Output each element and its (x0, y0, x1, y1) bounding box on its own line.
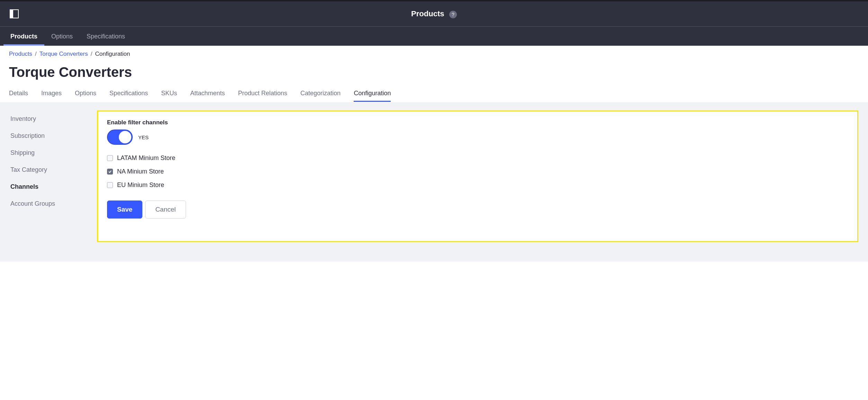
side-nav: InventorySubscriptionShippingTax Categor… (0, 102, 97, 255)
detail-tab[interactable]: Specifications (109, 88, 148, 102)
channel-checkbox[interactable] (107, 169, 113, 175)
check-icon (108, 170, 112, 174)
content-area: InventorySubscriptionShippingTax Categor… (0, 102, 868, 261)
save-button[interactable]: Save (107, 201, 142, 219)
page-title: Torque Converters (9, 60, 859, 88)
primary-nav-item[interactable]: Specifications (80, 27, 132, 46)
page-header-area: Products/Torque Converters/Configuration… (0, 46, 868, 102)
breadcrumb-current: Configuration (95, 51, 130, 57)
breadcrumb-separator: / (35, 51, 37, 57)
primary-nav-item[interactable]: Products (3, 27, 44, 46)
breadcrumb-link[interactable]: Torque Converters (39, 51, 88, 57)
side-nav-item[interactable]: Shipping (10, 144, 90, 161)
config-panel: Enable filter channels YES LATAM Minium … (97, 110, 858, 242)
toggle-knob-icon (119, 131, 131, 143)
side-nav-item[interactable]: Channels (10, 178, 90, 195)
detail-tab[interactable]: Product Relations (238, 88, 287, 102)
enable-filter-channels-toggle[interactable] (107, 130, 133, 145)
channel-row: NA Minium Store (107, 168, 848, 175)
primary-nav-item[interactable]: Options (44, 27, 80, 46)
sidebar-toggle-icon[interactable] (10, 9, 19, 18)
channel-label: EU Minium Store (117, 181, 164, 189)
channel-label: NA Minium Store (117, 168, 164, 175)
side-nav-item[interactable]: Account Groups (10, 195, 90, 212)
breadcrumb-link[interactable]: Products (9, 51, 32, 57)
toggle-row: YES (107, 130, 848, 145)
side-nav-item[interactable]: Inventory (10, 110, 90, 127)
top-title-wrap: Products ? (0, 9, 868, 19)
toggle-state-text: YES (138, 134, 149, 140)
primary-nav: ProductsOptionsSpecifications (0, 27, 868, 46)
side-nav-item[interactable]: Subscription (10, 127, 90, 144)
detail-tab[interactable]: Images (41, 88, 62, 102)
breadcrumb-separator: / (91, 51, 92, 57)
enable-filter-channels-label: Enable filter channels (107, 119, 848, 126)
channel-checkbox[interactable] (107, 155, 113, 161)
detail-tab[interactable]: Categorization (300, 88, 340, 102)
topbar: Products ? (0, 0, 868, 27)
detail-tabs: DetailsImagesOptionsSpecificationsSKUsAt… (9, 88, 859, 102)
channel-row: LATAM Minium Store (107, 154, 848, 162)
help-icon[interactable]: ? (449, 11, 457, 18)
detail-tab[interactable]: SKUs (161, 88, 177, 102)
cancel-button[interactable]: Cancel (145, 201, 186, 219)
channel-checkbox[interactable] (107, 182, 113, 188)
detail-tab[interactable]: Configuration (354, 88, 391, 102)
detail-tab[interactable]: Attachments (190, 88, 225, 102)
side-nav-item[interactable]: Tax Category (10, 161, 90, 178)
channel-label: LATAM Minium Store (117, 154, 175, 162)
page-header-title: Products (411, 9, 444, 18)
channel-row: EU Minium Store (107, 181, 848, 189)
breadcrumb: Products/Torque Converters/Configuration (9, 49, 859, 60)
button-row: Save Cancel (107, 201, 848, 219)
detail-tab[interactable]: Details (9, 88, 28, 102)
detail-tab[interactable]: Options (75, 88, 96, 102)
config-panel-wrap: Enable filter channels YES LATAM Minium … (97, 102, 868, 255)
topbar-inner: Products ? (0, 1, 868, 26)
